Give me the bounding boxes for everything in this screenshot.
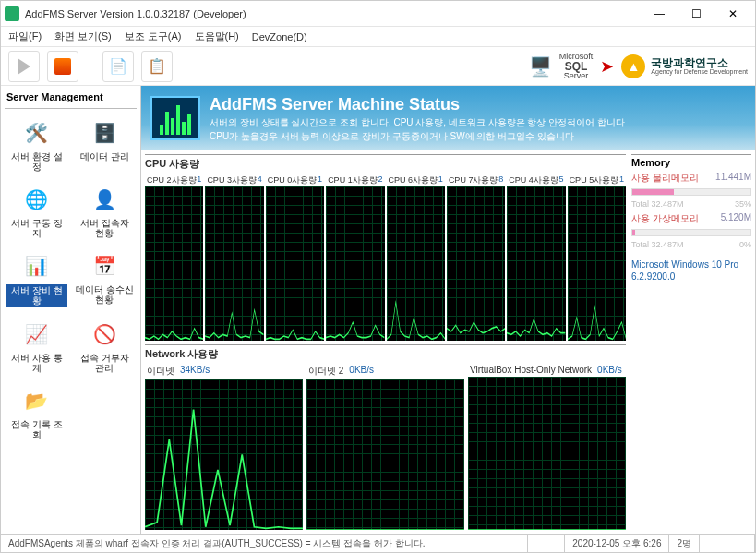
agency-logo: ▲ 국방과학연구소 Agency for Defense Development — [621, 54, 748, 78]
cpu-value-5: 8 — [498, 174, 503, 186]
cpu-graph-2 — [266, 186, 324, 341]
close-button[interactable]: ✕ — [714, 3, 751, 25]
stop-button[interactable] — [47, 51, 78, 82]
cpu-cell-1: CPU 3사용량4 — [205, 174, 263, 341]
sql-server-logo: Microsoft SQL Server — [559, 53, 594, 80]
list-button[interactable]: 📋 — [141, 51, 173, 82]
sidebar-item-2[interactable]: 🌐서버 구동 정지 — [5, 181, 69, 240]
cpu-value-6: 5 — [559, 174, 564, 186]
virt-mem-value: 5.120M — [721, 212, 751, 225]
cpu-value-7: 1 — [619, 174, 624, 186]
cpu-graph-1 — [205, 186, 263, 341]
cpu-cell-0: CPU 2사용량1 — [145, 174, 203, 341]
titlebar: AddFMS Server Version 1.0.0.32187 (Devel… — [1, 1, 755, 27]
cpu-graph-7 — [568, 186, 626, 341]
sidebar-label-0: 서버 환경 설정 — [6, 151, 67, 172]
sidebar-label-5: 데이터 송수신 현황 — [75, 284, 136, 305]
sidebar-item-3[interactable]: 👤서버 접속자 현황 — [73, 181, 138, 240]
net-graph-0 — [145, 379, 303, 530]
net-cell-0: 이더넷34KB/s — [145, 365, 303, 530]
phys-mem-label: 사용 물리메모리 — [631, 172, 699, 185]
brand-area: 🖥️ Microsoft SQL Server ➤ ▲ 국방과학연구소 Agen… — [529, 51, 748, 82]
memory-title: Memory — [631, 157, 751, 168]
cpu-label-0: CPU 2사용량 — [147, 174, 197, 186]
sidebar-icon-7: 🚫 — [88, 318, 121, 351]
net-cell-2: VirtualBox Host-Only Network0KB/s — [468, 365, 626, 530]
phys-mem-bar — [631, 188, 751, 196]
status-time: 2020-12-05 오후 6:26 — [565, 535, 669, 552]
minimize-button[interactable]: — — [641, 3, 678, 25]
net-label-2: VirtualBox Host-Only Network — [470, 365, 592, 375]
sidebar-icon-4: 📊 — [20, 249, 54, 283]
app-icon — [5, 6, 19, 21]
cpu-value-2: 1 — [318, 174, 322, 186]
sidebar-item-6[interactable]: 📈서버 사용 통계 — [5, 316, 69, 375]
net-value-0: 34KB/s — [180, 365, 210, 378]
network-section-title: Network 사용량 — [145, 344, 626, 361]
cpu-value-1: 4 — [258, 174, 262, 186]
sidebar-item-5[interactable]: 📅데이터 송수신 현황 — [73, 247, 138, 308]
document-icon: 📄 — [109, 57, 127, 75]
sidebar: Server Management 🛠️서버 환경 설정🗄️데이터 관리🌐서버 … — [1, 86, 141, 534]
sidebar-label-6: 서버 사용 통계 — [6, 353, 67, 373]
toolbar: 📄 📋 🖥️ Microsoft SQL Server ➤ ▲ 국방과학연구소 … — [1, 47, 755, 86]
virt-mem-pct: 0% — [739, 240, 751, 249]
status-blank — [528, 535, 565, 552]
status-count: 2명 — [669, 535, 700, 552]
cpu-label-5: CPU 7사용량 — [449, 174, 498, 186]
cpu-cell-6: CPU 4사용량5 — [507, 174, 565, 341]
sidebar-icon-2: 🌐 — [20, 183, 54, 216]
cpu-cell-4: CPU 6사용량1 — [387, 174, 445, 341]
page-desc-2: CPU가 높을경우 서버 능력 이상으로 장비가 구동중이거나 SW에 의한 버… — [210, 130, 625, 142]
maximize-button[interactable]: ☐ — [678, 3, 714, 25]
page-title: AddFMS Server Machine Status — [210, 95, 625, 114]
sidebar-icon-8: 📂 — [20, 384, 54, 417]
status-tail — [700, 535, 755, 552]
sidebar-item-8[interactable]: 📂접속 기록 조회 — [5, 382, 69, 441]
agency-name: 국방과학연구소 — [651, 57, 748, 68]
sidebar-label-2: 서버 구동 정지 — [6, 218, 67, 238]
virt-mem-total: Total 32.487M — [631, 240, 684, 249]
cpu-graph-4 — [387, 186, 445, 341]
main-content: AddFMS Server Machine Status 서버의 장비 상태를 … — [141, 86, 755, 534]
window-title: AddFMS Server Version 1.0.0.32187 (Devel… — [25, 8, 641, 19]
cpu-graph-6 — [507, 186, 565, 341]
net-value-2: 0KB/s — [597, 365, 622, 375]
menu-devzone[interactable]: DevZone(D) — [252, 31, 307, 42]
sidebar-icon-6: 📈 — [20, 318, 54, 351]
sidebar-icon-5: 📅 — [88, 249, 121, 283]
virt-mem-bar — [631, 229, 751, 236]
sidebar-item-7[interactable]: 🚫접속 거부자 관리 — [73, 316, 138, 375]
menu-view[interactable]: 화면 보기(S) — [54, 30, 112, 43]
sidebar-icon-3: 👤 — [88, 183, 121, 216]
menu-tools[interactable]: 보조 도구(A) — [125, 30, 182, 43]
sidebar-item-4[interactable]: 📊서버 장비 현황 — [5, 247, 69, 308]
menu-file[interactable]: 파일(F) — [8, 30, 42, 43]
doc-button[interactable]: 📄 — [102, 51, 134, 82]
net-cell-1: 이더넷 20KB/s — [306, 365, 464, 530]
sidebar-item-1[interactable]: 🗄️데이터 관리 — [73, 114, 138, 174]
sidebar-label-3: 서버 접속자 현황 — [75, 218, 136, 238]
phys-mem-pct: 35% — [735, 199, 751, 209]
cpu-value-4: 1 — [438, 174, 443, 186]
list-icon: 📋 — [148, 57, 166, 75]
cpu-cell-2: CPU 0사용량1 — [266, 174, 324, 341]
statusbar: AddFMSAgents 제품의 wharf 접속자 인증 처리 결과(AUTH… — [1, 534, 755, 552]
cpu-label-2: CPU 0사용량 — [268, 174, 318, 186]
memory-panel: Memory 사용 물리메모리11.441M Total 32.487M35% … — [631, 154, 751, 530]
play-button[interactable] — [8, 51, 40, 82]
sidebar-icon-0: 🛠️ — [20, 116, 54, 150]
cpu-label-6: CPU 4사용량 — [509, 174, 558, 186]
cpu-label-7: CPU 5사용량 — [570, 174, 619, 186]
monitor-icon: 🖥️ — [529, 55, 552, 78]
os-name: Microsoft Windows 10 Pro — [631, 258, 751, 270]
cpu-label-3: CPU 1사용량 — [328, 174, 378, 186]
sidebar-label-4: 서버 장비 현황 — [6, 284, 67, 307]
cpu-value-3: 2 — [378, 174, 382, 186]
agency-badge-icon: ▲ — [621, 54, 645, 78]
status-message: AddFMSAgents 제품의 wharf 접속자 인증 처리 결과(AUTH… — [1, 535, 528, 552]
sidebar-item-0[interactable]: 🛠️서버 환경 설정 — [5, 114, 69, 174]
play-icon — [18, 58, 30, 75]
menu-help[interactable]: 도움말(H) — [195, 30, 239, 43]
cpu-graph-3 — [326, 186, 384, 341]
